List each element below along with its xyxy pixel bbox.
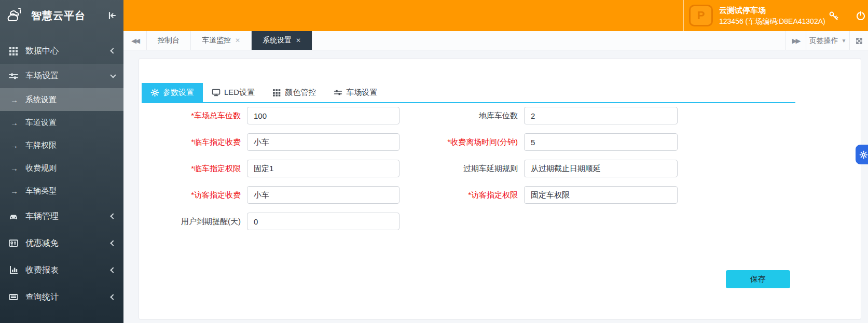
sidebar-subitem-label: 车道设置 [25, 118, 57, 128]
settings-card: 参数设置 LED设置 颜色管控 车场设置 [139, 58, 861, 320]
scroll-tabs-right-icon[interactable]: ▶▶ [785, 31, 806, 50]
visitor-permission-label: *访客指定权限 [399, 190, 524, 200]
sidebar-item-parking-settings[interactable]: 车场设置 [0, 64, 123, 88]
sidebar-item-label: 车场设置 [25, 71, 59, 81]
sliders-icon [8, 71, 19, 81]
sidebar-item-discounts[interactable]: 优惠减免 [0, 230, 123, 256]
sidebar-item-label: 收费报表 [25, 265, 59, 276]
total-parking-spaces-input[interactable] [247, 107, 399, 124]
visitor-permission-input[interactable] [524, 186, 678, 204]
chevron-left-icon [110, 48, 116, 53]
sidebar-item-label: 数据中心 [25, 46, 59, 57]
sidebar: 智慧云平台 数据中心 车场设置 → 系统设置 → 车道设置 → 车牌权限 [0, 0, 123, 323]
expiry-reminder-input[interactable] [247, 213, 399, 230]
arrow-right-icon: → [10, 118, 18, 127]
tab-parameter-settings[interactable]: 参数设置 [142, 83, 203, 102]
total-parking-spaces-label: *车场总车位数 [144, 111, 247, 121]
sidebar-subitem-label: 收费规则 [25, 163, 57, 173]
overdue-extension-rule-input[interactable] [524, 160, 678, 177]
panel-tabs-underline [142, 102, 795, 103]
save-button[interactable]: 保存 [726, 270, 790, 288]
sidebar-subitem-system-settings[interactable]: → 系统设置 [0, 88, 123, 111]
scroll-tabs-left-icon[interactable]: ◀◀ [123, 31, 147, 50]
tab-lane-monitor[interactable]: 车道监控 ✕ [191, 31, 252, 50]
chevron-left-icon [110, 213, 116, 219]
topbar: P 云测试停车场 123456 (车场编码:D8EA41302A) [123, 0, 868, 31]
site-code: 123456 (车场编码:D8EA41302A) [719, 16, 825, 26]
tab-system-settings[interactable]: 系统设置 ✕ [252, 31, 312, 50]
tab-color-control[interactable]: 颜色管控 [264, 83, 325, 102]
form-row: *车场总车位数 地库车位数 [144, 106, 678, 125]
form-row: 用户到期提醒(天) [144, 212, 678, 231]
charged-leave-time-input[interactable] [524, 133, 678, 151]
cloud-logo-icon [6, 7, 26, 24]
chevron-left-icon [110, 267, 116, 273]
basement-spaces-label: 地库车位数 [399, 111, 524, 121]
charged-leave-time-label: *收费离场时间(分钟) [399, 137, 524, 147]
tab-label: 车道监控 [202, 36, 231, 45]
site-info: 云测试停车场 123456 (车场编码:D8EA41302A) [719, 5, 825, 26]
grid-icon [272, 88, 281, 97]
sidebar-item-charge-reports[interactable]: 收费报表 [0, 257, 123, 283]
chevron-down-icon [110, 72, 116, 78]
sidebar-item-query-statistics[interactable]: 查询统计 [0, 284, 123, 310]
sidebar-subitem-plate-permission[interactable]: → 车牌权限 [0, 134, 123, 157]
sidebar-item-data-center[interactable]: 数据中心 [0, 38, 123, 64]
sidebar-subitem-lane-settings[interactable]: → 车道设置 [0, 111, 123, 134]
visitor-charge-label: *访客指定收费 [144, 190, 247, 200]
form-row: *临车指定收费 *收费离场时间(分钟) [144, 133, 678, 151]
list-icon [8, 292, 19, 302]
expand-fullscreen-icon[interactable] [849, 31, 868, 50]
panel-tab-label: 参数设置 [163, 88, 194, 97]
floating-settings-button[interactable] [856, 145, 868, 164]
gear-icon [150, 88, 159, 97]
tab-label: 系统设置 [263, 36, 292, 45]
logout-icon[interactable] [855, 10, 866, 22]
close-icon[interactable]: ✕ [296, 37, 301, 44]
temp-car-permission-label: *临车指定权限 [144, 164, 247, 174]
panel-tab-label: 车场设置 [346, 88, 377, 97]
tab-operations-label: 页签操作 [809, 36, 838, 46]
sidebar-item-vehicle-management[interactable]: 车辆管理 [0, 203, 123, 229]
panel-tab-label: LED设置 [224, 88, 255, 97]
chevron-left-icon [110, 294, 116, 300]
topbar-divider [683, 0, 684, 31]
tab-console[interactable]: 控制台 [147, 31, 191, 50]
sidebar-subitem-vehicle-types[interactable]: → 车辆类型 [0, 179, 123, 202]
tab-label: 控制台 [158, 36, 180, 45]
parking-logo-icon: P [689, 5, 713, 26]
panel-tab-label: 颜色管控 [285, 88, 316, 97]
temp-car-charge-input[interactable] [247, 133, 399, 151]
tab-led-settings[interactable]: LED设置 [203, 83, 264, 102]
form-row: *访客指定收费 *访客指定权限 [144, 186, 678, 204]
basement-spaces-input[interactable] [524, 107, 678, 124]
sidebar-subitem-charge-rules[interactable]: → 收费规则 [0, 157, 123, 179]
expiry-reminder-label: 用户到期提醒(天) [144, 217, 247, 227]
close-icon[interactable]: ✕ [235, 37, 240, 44]
bar-chart-icon [8, 265, 19, 275]
monitor-icon [212, 88, 221, 97]
tab-operations-menu[interactable]: 页签操作 ▼ [806, 31, 849, 50]
app-title: 智慧云平台 [31, 9, 86, 23]
id-card-icon [8, 238, 19, 248]
sliders-icon [334, 88, 342, 97]
temp-car-charge-label: *临车指定收费 [144, 137, 247, 147]
arrow-right-icon: → [10, 187, 18, 195]
tab-parking-lot-settings[interactable]: 车场设置 [325, 83, 386, 102]
form-row: *临车指定权限 过期车延期规则 [144, 159, 678, 178]
arrow-right-icon: → [10, 141, 18, 150]
app-logo: 智慧云平台 [0, 0, 123, 31]
chevron-left-icon [110, 240, 116, 246]
site-name: 云测试停车场 [719, 5, 825, 16]
parameter-form: *车场总车位数 地库车位数 *临车指定收费 *收费离场时间(分钟) *临车指定权… [144, 106, 678, 238]
sidebar-subitem-label: 车牌权限 [25, 141, 57, 150]
sidebar-subitem-label: 系统设置 [25, 95, 57, 105]
temp-car-permission-input[interactable] [247, 160, 399, 177]
key-icon[interactable] [828, 10, 839, 22]
visitor-charge-input[interactable] [247, 186, 399, 204]
caret-down-icon: ▼ [842, 38, 847, 44]
sidebar-item-label: 优惠减免 [25, 238, 59, 249]
arrow-right-icon: → [10, 164, 18, 173]
tabstrip-actions: ▶▶ 页签操作 ▼ [785, 31, 868, 50]
collapse-sidebar-icon[interactable] [107, 10, 117, 21]
